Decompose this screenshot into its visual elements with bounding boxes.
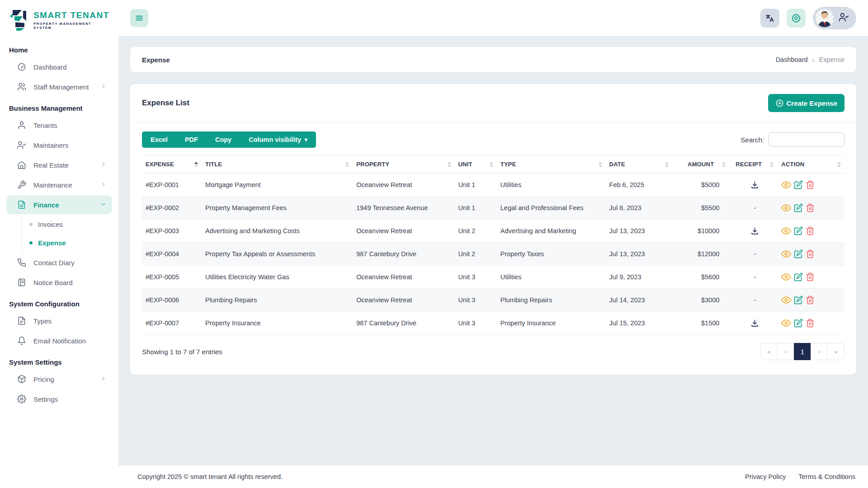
excel-button[interactable]: Excel	[142, 131, 176, 148]
sidebar-item-dashboard[interactable]: Dashboard	[6, 57, 112, 76]
cell-type: Property Taxes	[497, 243, 606, 266]
column-header-unit[interactable]: UNIT	[455, 155, 497, 174]
copy-button[interactable]: Copy	[207, 131, 240, 148]
sidebar-toggle-button[interactable]	[130, 9, 148, 27]
cell-title: Advertising and Marketing Costs	[202, 220, 353, 243]
sidebar-subitem-invoices[interactable]: Invoices	[22, 215, 118, 234]
sidebar-item-contact-diary[interactable]: Contact Diary	[6, 253, 112, 272]
breadcrumb-current: Expense	[819, 56, 844, 63]
delete-button[interactable]	[806, 249, 815, 258]
sidebar-item-notice-board[interactable]: Notice Board	[6, 273, 112, 292]
cell-property: Oceanview Retreat	[353, 266, 454, 289]
column-header-receipt[interactable]: RECEIPT	[732, 155, 778, 174]
cell-property: 1949 Tennessee Avenue	[353, 197, 454, 220]
sidebar-item-label: Pricing	[33, 375, 54, 383]
brand-logo[interactable]: SMART TENANT PROPERTY MANAGEMENT SYSTEM	[0, 6, 118, 39]
home-icon	[17, 160, 26, 169]
sidebar-item-real-estate[interactable]: Real Estate	[6, 155, 112, 174]
column-header-amount[interactable]: AMOUNT	[672, 155, 732, 174]
brand-logo-icon	[9, 9, 29, 31]
cell-amount: $3000	[672, 289, 732, 312]
edit-button[interactable]	[794, 180, 803, 189]
cell-type: Property Insurance	[497, 312, 606, 335]
breadcrumb-dashboard-link[interactable]: Dashboard	[776, 56, 808, 63]
cell-date: Jul 13, 2023	[606, 243, 673, 266]
phone-icon	[17, 258, 26, 267]
gear-icon	[17, 394, 26, 404]
view-button[interactable]	[781, 295, 791, 305]
pagination-last-button[interactable]: »	[827, 343, 844, 360]
sidebar-item-staff-management[interactable]: Staff Management	[6, 77, 112, 96]
view-button[interactable]	[781, 272, 791, 282]
edit-button[interactable]	[794, 319, 803, 328]
cell-type: Utilities	[497, 266, 606, 289]
download-receipt-button[interactable]	[750, 181, 759, 189]
breadcrumb: Dashboard › Expense	[776, 56, 844, 64]
expense-list-card: Expense List Create Expense Excel PDF Co…	[130, 84, 856, 375]
download-receipt-button[interactable]	[750, 319, 759, 328]
package-icon	[17, 375, 26, 384]
sidebar-item-finance[interactable]: Finance	[6, 195, 112, 214]
terms-link[interactable]: Terms & Conditions	[798, 473, 855, 480]
column-header-type[interactable]: TYPE	[497, 155, 606, 174]
cell-property: 987 Cantebury Drive	[353, 243, 454, 266]
sidebar-subitem-expense[interactable]: Expense	[22, 234, 118, 252]
sidebar-item-pricing[interactable]: Pricing	[6, 370, 112, 389]
column-header-property[interactable]: PROPERTY	[353, 155, 454, 174]
edit-button[interactable]	[794, 272, 803, 282]
user-check-icon	[17, 141, 26, 150]
column-header-expense[interactable]: EXPENSE	[142, 155, 202, 174]
sidebar-item-email-notification[interactable]: Email Notification	[6, 331, 112, 350]
edit-button[interactable]	[794, 296, 803, 305]
user-menu[interactable]	[813, 7, 856, 29]
sidebar-item-types[interactable]: Types	[6, 311, 112, 330]
sidebar-item-maintainers[interactable]: Maintainers	[6, 136, 112, 155]
cell-amount: $5000	[672, 174, 732, 197]
column-header-title[interactable]: TITLE	[202, 155, 353, 174]
view-button[interactable]	[781, 203, 791, 213]
view-button[interactable]	[781, 249, 791, 259]
sidebar-item-tenants[interactable]: Tenants	[6, 116, 112, 135]
pagination-first-button[interactable]: «	[760, 343, 778, 360]
sort-icon	[660, 162, 669, 167]
delete-button[interactable]	[806, 203, 815, 212]
trash-icon	[806, 226, 815, 235]
edit-button[interactable]	[794, 226, 803, 235]
download-icon	[750, 181, 759, 189]
cell-expense-id: #EXP-0001	[142, 174, 202, 197]
delete-button[interactable]	[806, 296, 815, 305]
cell-unit: Unit 3	[455, 312, 497, 335]
edit-button[interactable]	[794, 203, 803, 212]
privacy-policy-link[interactable]: Privacy Policy	[745, 473, 786, 480]
column-visibility-button[interactable]: Column visibility ▾	[240, 131, 316, 148]
delete-button[interactable]	[806, 180, 815, 189]
settings-button[interactable]	[787, 9, 806, 28]
column-header-date[interactable]: DATE	[606, 155, 673, 174]
view-button[interactable]	[781, 226, 791, 236]
pagination-prev-button[interactable]: ‹	[777, 343, 794, 360]
edit-button[interactable]	[794, 249, 803, 258]
sidebar-item-label: Settings	[33, 395, 58, 403]
pdf-button[interactable]: PDF	[176, 131, 207, 148]
delete-button[interactable]	[806, 319, 815, 328]
caret-down-icon: ▾	[304, 136, 307, 143]
view-button[interactable]	[781, 180, 791, 190]
create-expense-button[interactable]: Create Expense	[768, 94, 844, 112]
column-header-action[interactable]: ACTION	[778, 155, 844, 174]
search-input[interactable]	[769, 132, 844, 147]
sidebar-item-maintenance[interactable]: Maintenance	[6, 175, 112, 194]
pagination-page-1-button[interactable]: 1	[794, 343, 811, 360]
delete-button[interactable]	[806, 226, 815, 235]
sort-icon	[443, 162, 451, 167]
language-button[interactable]	[760, 9, 779, 28]
delete-button[interactable]	[806, 272, 815, 282]
download-receipt-button[interactable]	[750, 227, 759, 235]
cell-receipt-empty: -	[732, 266, 778, 289]
sidebar-item-settings[interactable]: Settings	[6, 389, 112, 408]
cell-unit: Unit 1	[455, 197, 497, 220]
pagination-next-button[interactable]: ›	[811, 343, 828, 360]
trash-icon	[806, 203, 815, 212]
app-window: SMART TENANT PROPERTY MANAGEMENT SYSTEM …	[0, 0, 868, 488]
cell-type: Advertising and Marketing	[497, 220, 606, 243]
view-button[interactable]	[781, 318, 791, 328]
